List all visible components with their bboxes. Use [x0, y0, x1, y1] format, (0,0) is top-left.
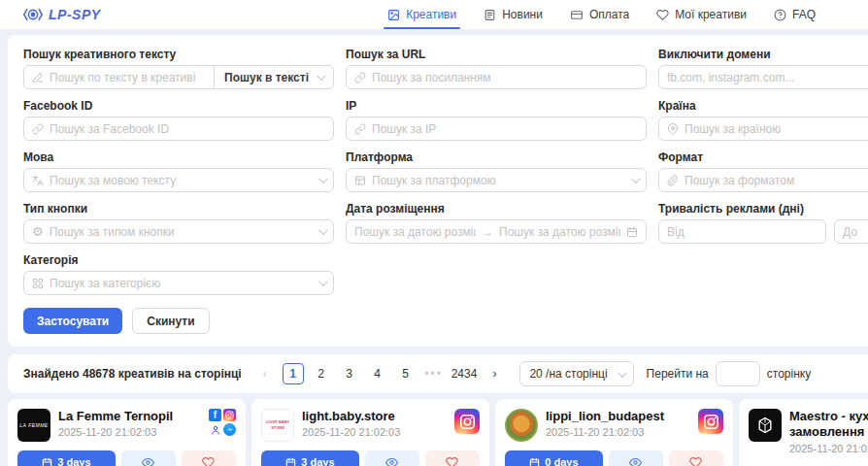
category-select[interactable]: [23, 271, 334, 295]
facebook-icon[interactable]: f: [209, 409, 221, 421]
ip-input[interactable]: [372, 122, 638, 136]
avatar: LIGHT BABY STORE: [261, 409, 294, 442]
creative-text-input[interactable]: [50, 71, 200, 84]
field-category: Категорія: [23, 253, 334, 295]
network-icons: f: [209, 409, 236, 442]
format-label: Формат: [658, 150, 868, 164]
platform-input[interactable]: [372, 174, 625, 187]
category-input[interactable]: [50, 277, 313, 290]
page-size-select[interactable]: 20 /на сторінці: [519, 361, 633, 386]
language-select[interactable]: [23, 168, 334, 192]
duration-to-input[interactable]: [843, 225, 868, 239]
page-button-5[interactable]: 5: [395, 363, 417, 384]
date-from-input[interactable]: [354, 225, 476, 239]
avatar: [749, 409, 782, 442]
chevron-down-icon: [318, 277, 328, 286]
results-summary: Знайдено 48678 креативів на сторінці: [23, 367, 242, 381]
button-type-select[interactable]: ⚙: [23, 219, 334, 244]
country-input[interactable]: [684, 122, 868, 136]
days-button[interactable]: 0 days: [505, 450, 603, 466]
goto-page-input[interactable]: [716, 361, 760, 386]
view-button[interactable]: [365, 450, 419, 466]
tab-news[interactable]: Новини: [484, 0, 543, 29]
days-label: 3 days: [301, 456, 334, 466]
goto-suffix: сторінку: [767, 367, 811, 381]
field-platform: Платформа: [346, 150, 647, 192]
like-button[interactable]: [182, 450, 236, 466]
calendar-icon: [42, 457, 52, 466]
exclude-domains-input[interactable]: [667, 71, 868, 84]
field-button-type: Тип кнопки ⚙: [23, 202, 334, 244]
messenger-icon[interactable]: [223, 423, 236, 436]
heart-icon: [202, 456, 215, 466]
card-title[interactable]: light.baby.store: [302, 409, 447, 424]
facebook-id-input[interactable]: [50, 122, 325, 136]
facebook-id-label: Facebook ID: [23, 99, 334, 113]
avatar: [505, 409, 538, 442]
avatar: LA FEMME: [17, 409, 50, 442]
creative-card[interactable]: LIGHT BABY STORE light.baby.store 2025-1…: [251, 399, 489, 466]
duration-from-input[interactable]: [667, 225, 818, 239]
page-button-4[interactable]: 4: [367, 363, 388, 384]
platform-grid-icon: [354, 175, 366, 186]
card-title[interactable]: La Femme Ternopil: [58, 409, 201, 424]
chevron-down-icon: [631, 174, 641, 183]
tab-creatives[interactable]: Креативи: [387, 0, 456, 29]
tab-payment[interactable]: Оплата: [570, 0, 629, 29]
page-button-2[interactable]: 2: [311, 363, 332, 384]
tab-faq[interactable]: FAQ: [774, 0, 816, 29]
view-button[interactable]: [609, 450, 663, 466]
image-icon: [387, 9, 400, 21]
exclude-domains-label: Виключити домени: [658, 48, 868, 61]
reset-button[interactable]: Скинути: [132, 308, 209, 334]
instagram-icon[interactable]: [454, 409, 480, 434]
tab-label: Креативи: [406, 8, 456, 21]
card-title[interactable]: Maestro - кухні, меблі на замовлення в У…: [789, 409, 868, 441]
ip-control: [346, 116, 647, 141]
page: LP-SPY Креативи Новини Оплата: [0, 0, 868, 466]
page-button-3[interactable]: 3: [339, 363, 360, 384]
placement-date-label: Дата розміщення: [346, 202, 647, 216]
instagram-icon[interactable]: [223, 409, 236, 421]
instagram-icon[interactable]: [698, 409, 723, 434]
date-range-control[interactable]: →: [346, 219, 647, 244]
apply-button[interactable]: Застосувати: [23, 308, 122, 334]
view-button[interactable]: [121, 450, 176, 466]
days-button[interactable]: 3 days: [261, 450, 359, 466]
language-input[interactable]: [50, 174, 313, 187]
page-button-1[interactable]: 1: [283, 363, 304, 384]
date-to-input[interactable]: [499, 225, 620, 239]
country-control: [658, 116, 868, 141]
next-page-button[interactable]: ›: [484, 363, 505, 384]
page-button-last[interactable]: 2434: [451, 363, 478, 384]
like-button[interactable]: [425, 450, 480, 466]
creative-card[interactable]: LA FEMME La Femme Ternopil 2025-11-20 21…: [8, 399, 246, 466]
text-search-mode-select[interactable]: Пошук в тексті: [214, 66, 333, 88]
audience-network-icon[interactable]: [209, 423, 221, 436]
field-duration: Тривалість реклами (дні): [658, 202, 868, 244]
creative-card[interactable]: Maestro - кухні, меблі на замовлення в У…: [739, 399, 868, 466]
logo[interactable]: LP-SPY: [23, 7, 101, 22]
mode-value: Пошук в тексті: [224, 71, 309, 84]
tab-label: Новини: [502, 8, 543, 21]
prev-page-button[interactable]: ‹: [254, 363, 276, 384]
creative-card[interactable]: lippi_lion_budapest 2025-11-20 21:02:03 …: [495, 399, 733, 466]
ip-label: IP: [346, 99, 647, 113]
link-icon: [354, 123, 366, 135]
platform-select[interactable]: [346, 168, 647, 192]
like-button[interactable]: [669, 450, 723, 466]
results-row: LA FEMME La Femme Ternopil 2025-11-20 21…: [8, 399, 868, 466]
format-select[interactable]: [658, 168, 868, 192]
pages-ellipsis[interactable]: •••: [423, 363, 445, 384]
url-input[interactable]: [372, 71, 638, 84]
category-label: Категорія: [23, 253, 334, 267]
button-type-input[interactable]: [50, 225, 313, 239]
format-input[interactable]: [684, 174, 868, 187]
field-placement-date: Дата розміщення →: [346, 202, 647, 244]
days-button[interactable]: 3 days: [17, 450, 116, 466]
tab-my-creatives[interactable]: Мої креативи: [656, 0, 747, 29]
filters-panel: Пошук креативного тексту Пошук в тексті: [8, 35, 868, 347]
page-size-value: 20 /на сторінці: [529, 367, 607, 381]
card-title[interactable]: lippi_lion_budapest: [546, 409, 690, 424]
chevron-down-icon: [318, 174, 328, 183]
